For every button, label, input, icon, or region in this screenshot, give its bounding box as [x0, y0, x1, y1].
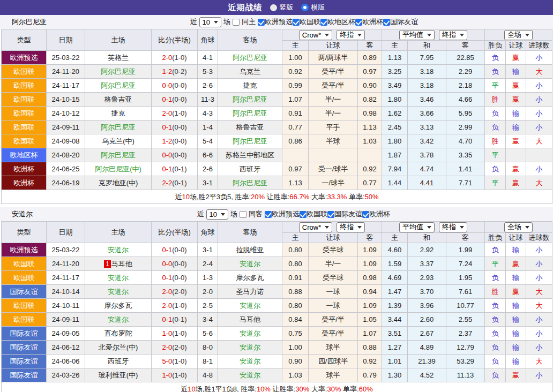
checkbox-checked-icon[interactable] [383, 19, 390, 26]
avg-final-odds-select[interactable]: 终指 [439, 30, 467, 40]
away-team[interactable]: 安道尔 [218, 257, 282, 271]
away-team[interactable]: 阿尔巴尼亚 [218, 51, 282, 65]
away-team[interactable]: 阿尔巴尼亚 [218, 93, 282, 107]
home-team[interactable]: 克罗地亚(中) [85, 176, 152, 190]
away-team[interactable]: 阿尔巴尼亚 [218, 176, 282, 190]
average-select[interactable]: 平均值 [399, 30, 435, 40]
home-team-name[interactable]: 西班牙 [108, 357, 129, 365]
away-team[interactable]: 阿尔巴尼亚 [218, 134, 282, 148]
away-team-name[interactable]: 圣马力诺 [236, 288, 264, 296]
away-team[interactable]: 捷克 [218, 79, 282, 93]
home-team-name[interactable]: 阿尔巴尼亚 [101, 151, 136, 159]
away-team-name[interactable]: 安道尔 [240, 343, 260, 351]
away-team-name[interactable]: 阿尔巴尼亚 [233, 109, 267, 117]
home-team-name[interactable]: 马耳他 [111, 260, 132, 268]
home-team[interactable]: 安道尔 [85, 285, 152, 299]
checkbox-checked-icon[interactable] [362, 211, 369, 218]
same-home-checkbox[interactable] [233, 19, 240, 26]
away-team[interactable]: 西班牙 [218, 162, 282, 176]
home-team[interactable]: 安道尔 [85, 271, 152, 285]
away-team-name[interactable]: 阿尔巴尼亚 [233, 54, 267, 62]
away-team-name[interactable]: 安道尔 [240, 357, 260, 365]
home-team[interactable]: 1马耳他 [85, 257, 152, 271]
away-team-name[interactable]: 乌克兰 [240, 67, 260, 76]
layout-radio-vertical[interactable]: 竖版 [270, 3, 294, 12]
home-team-name[interactable]: 阿尔巴尼亚 [101, 67, 136, 76]
home-team[interactable]: 捷克 [85, 107, 152, 120]
home-team[interactable]: 阿尔巴尼亚 [85, 148, 152, 162]
home-team[interactable]: 阿尔巴尼亚 [85, 120, 152, 134]
recent-count-select[interactable]: 10 [199, 17, 221, 27]
home-team[interactable]: 西班牙 [85, 355, 152, 368]
home-team[interactable]: 安道尔 [85, 313, 152, 327]
league-filter-国际友谊[interactable]: 国际友谊 [327, 209, 362, 219]
home-team[interactable]: 直布罗陀 [85, 327, 152, 341]
away-team[interactable]: 安道尔 [218, 327, 282, 341]
home-team-name[interactable]: 阿尔巴尼亚(中) [95, 165, 141, 173]
checkbox-checked-icon[interactable] [300, 211, 307, 218]
away-team-name[interactable]: 苏格兰中部地区 [226, 151, 274, 159]
home-team-name[interactable]: 北爱尔兰(中) [99, 343, 138, 351]
home-team[interactable]: 北爱尔兰(中) [85, 341, 152, 355]
away-team[interactable]: 马耳他 [218, 313, 282, 327]
home-team-name[interactable]: 乌克兰(中) [102, 137, 134, 145]
home-team[interactable]: 摩尔多瓦 [85, 299, 152, 313]
league-filter-欧地区杯[interactable]: 欧地区杯 [320, 17, 355, 27]
away-team-name[interactable]: 阿尔巴尼亚 [233, 137, 267, 145]
home-team-name[interactable]: 安道尔 [108, 274, 129, 282]
avg-final-odds-select[interactable]: 终指 [439, 222, 467, 232]
same-away-checkbox[interactable] [240, 211, 246, 218]
away-team-name[interactable]: 格鲁吉亚 [236, 123, 264, 131]
checkbox-checked-icon[interactable] [265, 211, 272, 218]
away-team[interactable]: 安道尔 [218, 368, 282, 382]
radio-selected-icon[interactable] [301, 4, 309, 11]
away-team-name[interactable]: 安道尔 [240, 260, 260, 268]
home-team[interactable]: 阿尔巴尼亚(中) [85, 162, 152, 176]
home-team-name[interactable]: 安道尔 [108, 315, 129, 323]
checkbox-checked-icon[interactable] [293, 19, 300, 26]
away-team-name[interactable]: 安道尔 [240, 329, 260, 337]
away-team-name[interactable]: 捷克 [243, 81, 257, 89]
home-team[interactable]: 安道尔 [85, 243, 152, 257]
away-team-name[interactable]: 安道尔 [240, 301, 260, 310]
home-team-name[interactable]: 安道尔 [108, 246, 129, 254]
home-team[interactable]: 格鲁吉亚 [85, 93, 152, 107]
checkbox-checked-icon[interactable] [320, 19, 327, 26]
away-team-name[interactable]: 摩尔多瓦 [236, 274, 264, 282]
home-team-name[interactable]: 克罗地亚(中) [99, 179, 138, 187]
checkbox-checked-icon[interactable] [355, 19, 362, 26]
home-team-name[interactable]: 直布罗陀 [104, 329, 132, 337]
layout-radio-horizontal[interactable]: 横版 [301, 3, 325, 12]
home-team[interactable]: 乌克兰(中) [85, 134, 152, 148]
away-team[interactable]: 乌克兰 [218, 65, 282, 79]
home-team-name[interactable]: 阿尔巴尼亚 [101, 81, 136, 89]
away-team[interactable]: 安道尔 [218, 341, 282, 355]
average-select[interactable]: 平均值 [399, 222, 435, 232]
away-team[interactable]: 圣马力诺 [218, 285, 282, 299]
away-team[interactable]: 阿尔巴尼亚 [218, 107, 282, 120]
checkbox-checked-icon[interactable] [258, 19, 265, 26]
home-team-name[interactable]: 英格兰 [108, 54, 129, 62]
league-filter-欧国联[interactable]: 欧国联 [293, 17, 320, 27]
home-team-name[interactable]: 玻利维亚(中) [99, 371, 138, 379]
away-team[interactable]: 拉脱维亚 [218, 243, 282, 257]
home-team-name[interactable]: 安道尔 [108, 288, 129, 296]
away-team-name[interactable]: 西班牙 [240, 165, 260, 173]
fulltime-select[interactable]: 全场 [504, 222, 533, 232]
away-team[interactable]: 摩尔多瓦 [218, 271, 282, 285]
home-team[interactable]: 玻利维亚(中) [85, 368, 152, 382]
league-filter-欧洲预选[interactable]: 欧洲预选 [258, 17, 293, 27]
crow-company-select[interactable]: Crow* [299, 222, 332, 232]
away-team-name[interactable]: 阿尔巴尼亚 [233, 179, 267, 187]
crow-company-select[interactable]: Crow* [299, 30, 332, 40]
crow-final-odds-select[interactable]: 终指 [337, 30, 365, 40]
away-team-name[interactable]: 拉脱维亚 [236, 246, 264, 254]
league-filter-欧洲杯[interactable]: 欧洲杯 [362, 209, 390, 219]
away-team[interactable]: 安道尔 [218, 355, 282, 368]
league-filter-欧洲杯[interactable]: 欧洲杯 [355, 17, 383, 27]
away-team[interactable]: 安道尔 [218, 299, 282, 313]
home-team[interactable]: 英格兰 [85, 51, 152, 65]
home-team-name[interactable]: 阿尔巴尼亚 [101, 123, 136, 131]
away-team-name[interactable]: 马耳他 [240, 315, 260, 323]
home-team[interactable]: 阿尔巴尼亚 [85, 65, 152, 79]
